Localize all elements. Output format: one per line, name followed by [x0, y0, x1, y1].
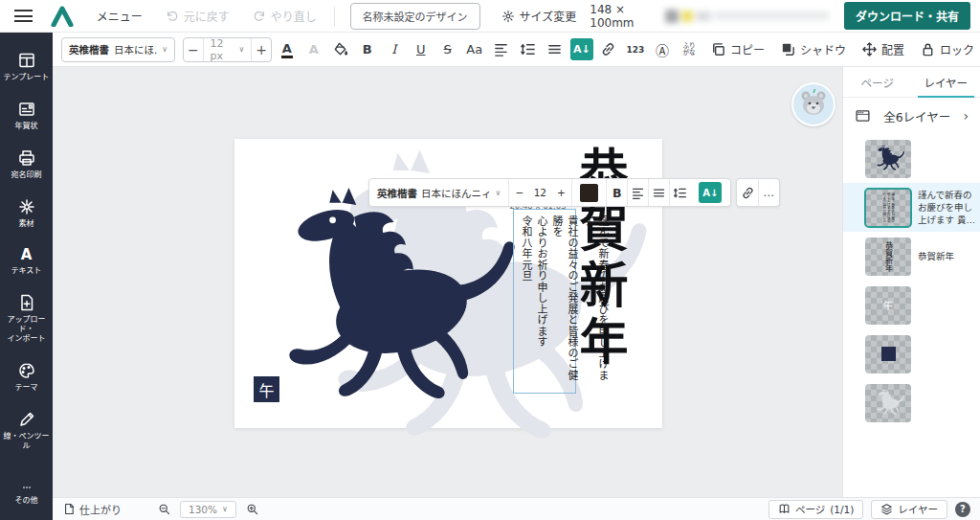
shadow-button[interactable]: シャドウ	[774, 41, 852, 57]
more-options-button[interactable]: …	[758, 179, 779, 206]
justify-button[interactable]	[648, 179, 669, 206]
layer-row-title[interactable]: 恭賀新年 恭賀新年	[843, 232, 980, 281]
sidebar-item-theme[interactable]: テーマ	[0, 352, 53, 401]
layer-row-horse-faint[interactable]	[843, 378, 980, 427]
user-account-info[interactable]	[665, 10, 829, 23]
circled-text-button[interactable]: Ⓐ	[651, 37, 674, 62]
font-size-increase-button[interactable]: +	[550, 179, 571, 206]
italic-button[interactable]: I	[383, 37, 406, 62]
palette-icon	[17, 361, 36, 380]
font-size-decrease-button[interactable]: −	[184, 42, 202, 57]
layer-panel-button[interactable]: レイヤー	[871, 500, 947, 519]
lock-button[interactable]: ロック	[914, 41, 980, 57]
gear-icon	[501, 10, 515, 23]
design-name-button[interactable]: 名称未設定のデザイン	[350, 3, 480, 30]
help-button[interactable]: ?	[955, 502, 970, 517]
layer-thumbnail	[865, 384, 911, 422]
layer-row-horse[interactable]	[843, 134, 980, 183]
zoom-out-icon	[158, 503, 170, 515]
horse-silhouette[interactable]	[240, 187, 520, 423]
sidebar-item-upload[interactable]: アップロード・ インポート	[0, 284, 53, 352]
font-family-select[interactable]: 英椎楷書 日本にほんニィ ∨	[369, 179, 508, 206]
vertical-text-button[interactable]: A↓	[699, 182, 722, 203]
sidebar-item-address-print[interactable]: 宛名印刷	[0, 140, 53, 189]
size-value: 148 × 100mm	[590, 3, 665, 30]
line-spacing-icon	[673, 186, 687, 200]
layer-row-square[interactable]	[843, 329, 980, 378]
layers-count: 全6レイヤー	[879, 107, 955, 125]
square-thumb	[881, 347, 896, 361]
text-color-button[interactable]: A	[276, 37, 299, 62]
assistant-avatar[interactable]	[791, 82, 835, 126]
divider	[334, 7, 335, 26]
design-canvas[interactable]: 午 謹んで新春のお慶びを申し上げます 貴社の益々のご発展と皆様のご健勝を 心より…	[53, 67, 842, 497]
layers-header[interactable]: 全6レイヤー ›	[843, 98, 980, 134]
color-swatch[interactable]	[580, 184, 598, 202]
hamburger-menu-icon[interactable]	[0, 10, 48, 22]
zoom-in-button[interactable]	[246, 503, 258, 515]
page-nav-button[interactable]: ページ (1/1)	[768, 500, 863, 519]
copy-icon	[710, 41, 726, 57]
align-left-button[interactable]	[627, 179, 648, 206]
resize-button[interactable]: サイズ変更	[501, 8, 577, 24]
app-logo[interactable]	[48, 6, 78, 27]
font-size-select[interactable]: 12 px ∨	[203, 38, 253, 61]
text-color-cell	[571, 179, 606, 206]
layer-row-greeting-selected[interactable]: 謹んで新春のお慶び申し上げます貴社の心よりお祈り申し上 謹んで新春のお慶びを申し…	[843, 183, 980, 232]
bold-button[interactable]: B	[356, 37, 379, 62]
arrange-button[interactable]: 配置	[856, 41, 910, 57]
chevron-down-icon: ∨	[162, 45, 167, 54]
layer-thumbnail	[865, 140, 911, 178]
line-spacing-button[interactable]	[517, 37, 540, 62]
finish-preview-button[interactable]: 仕上がり	[62, 502, 122, 517]
vertical-text-button[interactable]: A↓	[570, 38, 593, 60]
fill-color-button[interactable]	[329, 37, 352, 62]
zoom-out-button[interactable]	[158, 503, 170, 515]
greeting-text-box-selected[interactable]: 謹んで新春のお慶びを申し上げます 貴社の益々のご発展と皆様のご健勝を 心よりお祈…	[513, 209, 576, 394]
tab-page[interactable]: ページ	[843, 67, 912, 97]
zoom-level-select[interactable]: 130% ∨	[180, 501, 236, 518]
line-spacing-icon	[520, 41, 536, 57]
chevron-right-icon: ›	[963, 108, 969, 124]
flower-icon	[17, 197, 36, 216]
font-size-decrease-button[interactable]: −	[508, 179, 529, 206]
link-button[interactable]	[737, 179, 758, 206]
underline-button[interactable]: U	[410, 37, 433, 62]
stamp-thumb: 午	[883, 298, 893, 312]
pen-icon	[17, 410, 36, 429]
layer-row-stamp-text[interactable]: 午	[843, 281, 980, 329]
menu-button[interactable]: メニュー	[97, 8, 143, 24]
text-case-button[interactable]: Aa	[463, 37, 486, 62]
furigana-button[interactable]: ふり がな	[678, 37, 701, 62]
link-button[interactable]	[597, 37, 620, 62]
sidebar-item-nengajo[interactable]: 年賀状	[0, 91, 53, 140]
line-spacing-button[interactable]	[669, 179, 690, 206]
layers-icon	[880, 503, 893, 515]
chevron-down-icon: ∨	[496, 189, 501, 197]
sidebar-item-text[interactable]: A テキスト	[0, 237, 53, 284]
layer-thumbnail	[865, 335, 911, 373]
layer-thumbnail: 恭賀新年	[865, 237, 911, 276]
text-outline-button[interactable]: A	[302, 37, 325, 62]
download-share-button[interactable]: ダウンロード・共有	[844, 2, 970, 30]
justify-button[interactable]	[544, 37, 567, 62]
sidebar-item-pen-tool[interactable]: 線・ペンツール	[0, 401, 53, 460]
font-size-value[interactable]: 12	[529, 179, 550, 206]
align-left-button[interactable]	[490, 37, 513, 62]
undo-icon	[166, 10, 179, 23]
sidebar-item-template[interactable]: テンプレート	[0, 42, 53, 91]
character-number-button[interactable]: 123	[624, 37, 647, 62]
undo-button[interactable]: 元に戻す	[166, 8, 230, 24]
sidebar-item-more[interactable]: その他	[0, 473, 53, 514]
strikethrough-button[interactable]: S	[436, 37, 459, 62]
redo-button[interactable]: やり直し	[253, 8, 317, 24]
zodiac-stamp[interactable]: 午	[254, 376, 279, 402]
font-size-increase-button[interactable]: +	[252, 42, 270, 57]
sidebar-item-material[interactable]: 素材	[0, 189, 53, 237]
font-family-select[interactable]: 英椎楷書 日本にほ. ∨	[61, 37, 175, 62]
copy-button[interactable]: コピー	[704, 41, 770, 57]
more-dots-icon	[17, 482, 36, 493]
layer-thumbnail: 謹んで新春のお慶び申し上げます貴社の心よりお祈り申し上	[865, 189, 911, 227]
tab-layer[interactable]: レイヤー	[912, 67, 980, 97]
bold-button[interactable]: B	[606, 179, 627, 206]
